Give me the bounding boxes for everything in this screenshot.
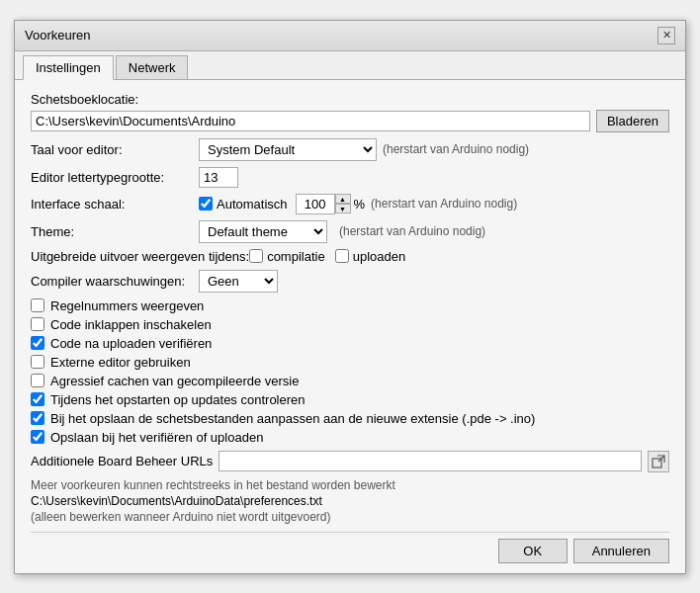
verbose-label: Uitgebreide uitvoer weergeven tijdens: [31,249,249,264]
verbose-upload-wrap: uploaden [335,249,406,264]
footer-text: Meer voorkeuren kunnen rechtstreeks in h… [31,478,669,492]
checkbox-label-5: Tijdens het opstarten op updates control… [50,392,306,407]
footer-section: Meer voorkeuren kunnen rechtstreeks in h… [31,478,669,524]
checkbox-2[interactable] [31,336,44,350]
verbose-upload-checkbox[interactable] [335,249,349,263]
sketchbook-label: Schetsboeklocatie: [31,92,669,107]
language-row: Taal voor editor: System Default (hersta… [31,138,669,161]
scale-up-btn[interactable]: ▲ [335,194,351,204]
checkbox-5[interactable] [31,392,44,406]
scale-auto-label: Automatisch [217,197,288,212]
scale-unit: % [354,197,366,212]
tab-netwerk[interactable]: Netwerk [116,55,189,79]
compiler-label: Compiler waarschuwingen: [31,274,199,289]
scale-hint: (herstart van Arduino nodig) [371,197,517,211]
checkboxes-section: Regelnummers weergeven Code inklappen in… [31,298,669,445]
checkbox-label-7: Opslaan bij het verifiëren of uploaden [50,430,263,445]
checkbox-label-1: Code inklappen inschakelen [50,317,212,332]
checkbox-row-4: Agressief cachen van gecompileerde versi… [31,374,669,388]
checkbox-row-1: Code inklappen inschakelen [31,317,669,332]
browse-button[interactable]: Bladeren [596,110,669,132]
verbose-compile-checkbox[interactable] [249,249,263,263]
sketchbook-input[interactable] [31,111,590,131]
scale-spinner: ▲ ▼ [296,194,351,214]
ok-button[interactable]: OK [498,539,568,563]
scale-spinner-buttons: ▲ ▼ [335,194,351,213]
additional-label: Additionele Board Beheer URLs [31,454,213,468]
footer-note: (alleen bewerken wanneer Arduino niet wo… [31,510,669,524]
language-hint: (herstart van Arduino nodig) [383,142,529,156]
checkbox-row-2: Code na uploaden verifiëren [31,336,669,351]
scale-auto-checkbox[interactable] [199,197,213,211]
checkbox-row-6: Bij het opslaan de schetsbestanden aanpa… [31,411,669,426]
checkbox-label-3: Externe editor gebruiken [50,355,191,370]
content-area: Schetsboeklocatie: Bladeren Taal voor ed… [15,80,685,573]
checkbox-4[interactable] [31,374,44,387]
language-select[interactable]: System Default [199,138,377,161]
theme-row: Theme: Default theme (herstart van Ardui… [31,220,669,243]
checkbox-7[interactable] [31,430,44,444]
additional-input[interactable] [219,451,642,471]
compiler-row: Compiler waarschuwingen: Geen Standaard … [31,270,669,293]
verbose-compile-label: compilatie [267,249,325,264]
close-button[interactable]: ✕ [657,27,675,44]
external-link-icon [652,455,665,468]
checkbox-row-0: Regelnummers weergeven [31,298,669,313]
scale-row: Interface schaal: Automatisch ▲ ▼ % (her… [31,194,669,214]
scale-label: Interface schaal: [31,197,199,212]
theme-hint: (herstart van Arduino nodig) [339,224,485,238]
checkbox-label-4: Agressief cachen van gecompileerde versi… [50,374,299,388]
verbose-compile-wrap: compilatie [249,249,325,264]
preferences-window: Voorkeuren ✕ Instellingen Netwerk Schets… [14,20,686,574]
additional-icon-btn[interactable] [648,451,669,472]
title-bar: Voorkeuren ✕ [15,21,685,51]
tabs-bar: Instellingen Netwerk [15,51,685,80]
scale-value-input[interactable] [296,194,335,214]
checkbox-label-2: Code na uploaden verifiëren [50,336,212,351]
checkbox-0[interactable] [31,298,44,312]
scale-auto-wrap: Automatisch [199,197,288,212]
additional-row: Additionele Board Beheer URLs [31,451,669,472]
bottom-buttons: OK Annuleren [31,532,669,563]
fontsize-row: Editor lettertypegrootte: [31,167,669,188]
sketchbook-row: Bladeren [31,110,669,132]
language-label: Taal voor editor: [31,142,199,157]
checkbox-6[interactable] [31,411,44,425]
fontsize-label: Editor lettertypegrootte: [31,170,199,185]
theme-select-wrap: Default theme (herstart van Arduino nodi… [199,220,485,243]
checkbox-row-3: Externe editor gebruiken [31,355,669,370]
verbose-row: Uitgebreide uitvoer weergeven tijdens: c… [31,249,669,264]
tab-instellingen[interactable]: Instellingen [23,55,114,80]
window-title: Voorkeuren [25,28,91,42]
checkbox-3[interactable] [31,355,44,369]
checkbox-label-6: Bij het opslaan de schetsbestanden aanpa… [50,411,535,426]
footer-path: C:\Users\kevin\Documents\ArduinoData\pre… [31,494,669,508]
scale-down-btn[interactable]: ▼ [335,204,351,213]
fontsize-input[interactable] [199,167,238,188]
theme-label: Theme: [31,224,199,239]
checkbox-1[interactable] [31,317,44,331]
checkbox-row-5: Tijdens het opstarten op updates control… [31,392,669,407]
compiler-select[interactable]: Geen Standaard Meer Alles [199,270,278,293]
checkbox-row-7: Opslaan bij het verifiëren of uploaden [31,430,669,445]
cancel-button[interactable]: Annuleren [573,539,669,563]
theme-select[interactable]: Default theme [199,220,327,243]
checkbox-label-0: Regelnummers weergeven [50,298,204,313]
verbose-upload-label: uploaden [353,249,406,264]
